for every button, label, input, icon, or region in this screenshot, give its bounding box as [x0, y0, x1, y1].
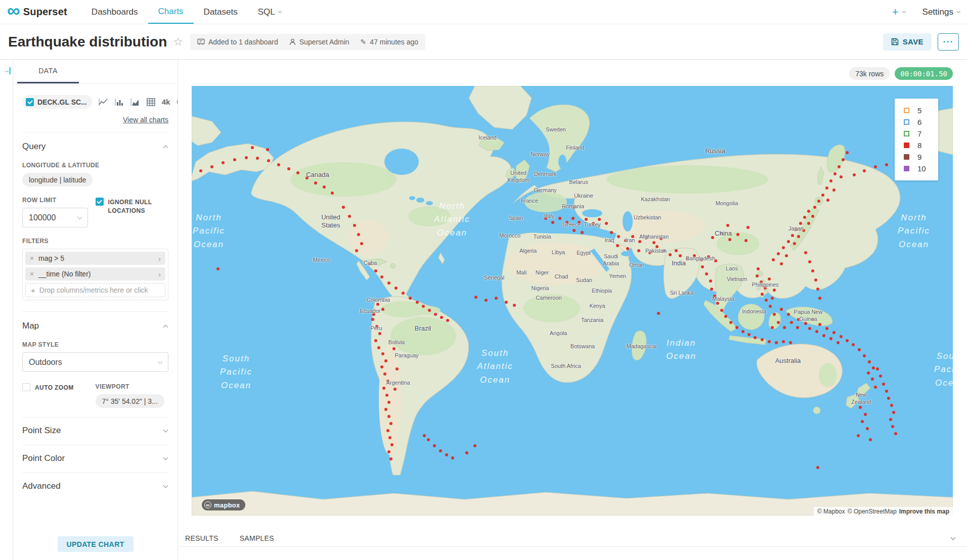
- earthquake-point: [657, 312, 660, 315]
- big-number-icon[interactable]: 4k: [162, 98, 170, 106]
- pie-chart-icon[interactable]: [177, 98, 178, 106]
- ignore-null-checkbox[interactable]: [96, 198, 104, 206]
- deckgl-map[interactable]: North Pacific OceanNorth Atlantic OceanS…: [192, 86, 953, 516]
- earthquake-point: [885, 163, 888, 166]
- earthquake-point: [445, 453, 448, 456]
- settings-menu[interactable]: Settings: [922, 7, 960, 17]
- earthquake-point: [837, 341, 840, 344]
- section-header-point-color[interactable]: Point Color: [22, 445, 168, 463]
- line-chart-icon[interactable]: [99, 98, 108, 106]
- view-all-charts-link[interactable]: View all charts: [22, 116, 168, 124]
- save-button[interactable]: SAVE: [883, 33, 932, 51]
- plus-icon: +: [892, 6, 899, 19]
- earthquake-point: [859, 406, 862, 409]
- collapse-results-chevron-icon[interactable]: [951, 535, 956, 540]
- earthquake-point: [663, 249, 666, 252]
- nav-item-dashboards[interactable]: Dashboards: [81, 0, 148, 24]
- section-header-advanced[interactable]: Advanced: [22, 473, 168, 491]
- ignore-null-control[interactable]: IGNORE NULL LOCATIONS: [96, 198, 169, 216]
- filter-chip[interactable]: ×mag > 5›: [25, 252, 165, 265]
- legend-item[interactable]: 10: [904, 163, 938, 174]
- new-item-menu[interactable]: +: [892, 6, 905, 19]
- earthquake-point: [645, 236, 648, 239]
- area-chart-icon[interactable]: [130, 98, 140, 106]
- section-header-point-size[interactable]: Point Size: [22, 417, 168, 436]
- mapbox-logo[interactable]: m mapbox: [202, 499, 245, 510]
- legend-item[interactable]: 9: [904, 151, 938, 163]
- chevron-down-icon: [163, 428, 168, 433]
- earthquake-point: [863, 169, 866, 172]
- earthquake-point: [826, 199, 829, 202]
- filter-dropzone[interactable]: + Drop columns/metrics here or click: [25, 283, 165, 297]
- lonlat-value-chip[interactable]: longitude | latitude: [22, 173, 93, 186]
- earthquake-point: [795, 228, 798, 231]
- superset-logo[interactable]: ∞ Superset: [7, 0, 67, 24]
- viewport-value-chip[interactable]: 7° 35' 54.02" | 3...: [96, 394, 164, 408]
- filter-chip[interactable]: ×__time (No filter)›: [25, 267, 165, 281]
- earthquake-point: [799, 222, 802, 225]
- earthquake-point: [714, 259, 717, 262]
- earthquake-point: [655, 245, 658, 248]
- earthquake-point: [305, 176, 309, 179]
- earthquake-point: [389, 422, 392, 425]
- nav-item-charts[interactable]: Charts: [148, 0, 194, 24]
- bar-chart-icon[interactable]: [115, 98, 124, 106]
- earthquake-point: [780, 262, 783, 265]
- legend-swatch: [904, 131, 909, 136]
- earthquake-point: [199, 169, 202, 172]
- tab-data[interactable]: DATA: [17, 60, 79, 83]
- update-chart-button[interactable]: UPDATE CHART: [58, 536, 134, 552]
- earthquake-point: [735, 326, 738, 329]
- remove-filter-icon[interactable]: ×: [25, 254, 38, 262]
- earthquake-point: [887, 397, 890, 400]
- collapse-panel-icon[interactable]: →|: [3, 66, 10, 74]
- earthquake-point: [782, 340, 785, 343]
- earthquake-point: [863, 354, 866, 357]
- earthquake-point: [371, 318, 374, 321]
- nav-item-datasets[interactable]: Datasets: [194, 0, 248, 24]
- legend-item[interactable]: 6: [904, 116, 938, 128]
- table-icon[interactable]: [147, 98, 155, 106]
- more-actions-button[interactable]: ···: [938, 33, 959, 51]
- map-style-select[interactable]: Outdoors: [22, 352, 168, 372]
- tab-samples[interactable]: SAMPLES: [240, 534, 274, 542]
- earthquake-point: [777, 321, 780, 324]
- viz-type-chip[interactable]: DECK.GL SC...: [22, 95, 92, 109]
- legend-item[interactable]: 7: [904, 128, 938, 139]
- mapbox-attribution-link[interactable]: © Mapbox: [817, 508, 845, 515]
- map-section-title: Map: [22, 321, 39, 331]
- row-limit-select[interactable]: 100000: [22, 208, 88, 227]
- legend-label: 5: [917, 106, 921, 115]
- earthquake-point: [728, 238, 731, 241]
- chevron-down-icon: [902, 9, 906, 13]
- nav-item-sql[interactable]: SQL: [248, 0, 291, 24]
- page-title: Earthquake distribution: [8, 34, 167, 50]
- owner-meta[interactable]: Superset Admin: [289, 38, 349, 46]
- query-section-header[interactable]: Query: [22, 132, 168, 152]
- auto-zoom-control[interactable]: AUTO ZOOM: [22, 383, 96, 392]
- earthquake-point: [787, 240, 790, 243]
- pencil-icon: ✎: [361, 38, 367, 46]
- dashboards-meta[interactable]: Added to 1 dashboard: [197, 38, 278, 46]
- legend-item[interactable]: 8: [904, 139, 938, 151]
- earthquake-point: [342, 206, 345, 209]
- improve-map-link[interactable]: Improve this map: [899, 508, 949, 515]
- earthquake-point: [626, 247, 629, 250]
- map-section-header[interactable]: Map: [22, 312, 168, 331]
- auto-zoom-checkbox[interactable]: [22, 383, 30, 391]
- legend-item[interactable]: 5: [904, 105, 938, 116]
- earthquake-point: [773, 313, 776, 316]
- osm-attribution-link[interactable]: © OpenStreetMap: [848, 508, 897, 515]
- earthquake-point: [744, 239, 748, 242]
- earthquake-point: [631, 235, 634, 238]
- tab-results[interactable]: RESULTS: [185, 534, 218, 542]
- earthquake-point: [872, 366, 875, 369]
- earthquake-point: [846, 151, 849, 154]
- viz-selected-checkbox[interactable]: [26, 98, 34, 106]
- favorite-star-icon[interactable]: ☆: [173, 35, 183, 49]
- remove-filter-icon[interactable]: ×: [25, 270, 38, 278]
- earthquake-point: [765, 299, 768, 302]
- infinity-logo-icon: ∞: [7, 2, 20, 20]
- earthquake-point: [816, 466, 819, 469]
- last-modified-meta[interactable]: ✎ 47 minutes ago: [361, 38, 418, 46]
